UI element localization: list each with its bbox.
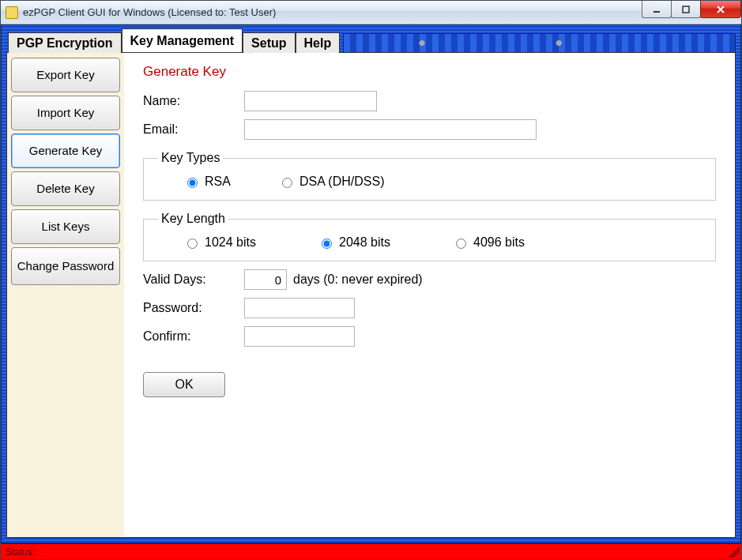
name-input[interactable] bbox=[244, 91, 377, 111]
key-types-legend: Key Types bbox=[158, 151, 223, 165]
panel-title: Generate Key bbox=[143, 64, 716, 80]
row-password: Password: bbox=[143, 298, 716, 318]
email-label: Email: bbox=[143, 122, 244, 137]
window-controls bbox=[642, 1, 741, 18]
key-types-row: RSA DSA (DH/DSS) bbox=[158, 175, 701, 189]
row-valid-days: Valid Days: days (0: never expired) bbox=[143, 269, 716, 290]
content-area: Export Key Import Key Generate Key Delet… bbox=[6, 52, 736, 538]
minimize-icon bbox=[652, 5, 661, 14]
row-confirm: Confirm: bbox=[143, 326, 716, 347]
radio-dsa-input[interactable] bbox=[282, 178, 292, 188]
sidebar-export-key[interactable]: Export Key bbox=[11, 58, 120, 92]
tab-setup[interactable]: Setup bbox=[243, 32, 295, 53]
radio-4096[interactable]: 4096 bits bbox=[452, 235, 586, 250]
app-icon bbox=[6, 6, 18, 19]
radio-rsa-input[interactable] bbox=[187, 178, 198, 188]
maximize-icon bbox=[681, 5, 691, 14]
minimize-button[interactable] bbox=[642, 1, 672, 18]
sidebar-generate-key[interactable]: Generate Key bbox=[11, 133, 120, 168]
email-input[interactable] bbox=[244, 119, 537, 140]
key-length-legend: Key Length bbox=[158, 212, 228, 226]
titlebar[interactable]: ezPGP Client GUI for Windows (Licensed t… bbox=[1, 1, 741, 24]
resize-grip-icon[interactable] bbox=[729, 547, 740, 558]
radio-dsa[interactable]: DSA (DH/DSS) bbox=[278, 175, 385, 189]
valid-days-hint: days (0: never expired) bbox=[293, 272, 423, 287]
radio-4096-label: 4096 bits bbox=[473, 235, 525, 250]
password-input[interactable] bbox=[244, 298, 355, 318]
valid-days-input[interactable] bbox=[244, 269, 287, 290]
main-panel: Generate Key Name: Email: Key Types RSA bbox=[124, 53, 735, 537]
close-button[interactable] bbox=[700, 1, 741, 18]
sidebar-list-keys[interactable]: List Keys bbox=[11, 209, 120, 244]
radio-rsa-label: RSA bbox=[205, 175, 231, 189]
row-name: Name: bbox=[143, 91, 716, 111]
fieldset-key-types: Key Types RSA DSA (DH/DSS) bbox=[143, 151, 716, 201]
confirm-input[interactable] bbox=[244, 326, 355, 347]
app-window: ezPGP Client GUI for Windows (Licensed t… bbox=[0, 0, 742, 560]
tab-bar: PGP Encryption Key Management Setup Help bbox=[6, 30, 736, 52]
radio-2048-label: 2048 bits bbox=[339, 235, 390, 250]
tab-key-management[interactable]: Key Management bbox=[122, 28, 243, 52]
radio-1024-label: 1024 bits bbox=[205, 235, 256, 250]
row-email: Email: bbox=[143, 119, 716, 140]
ok-button[interactable]: OK bbox=[143, 372, 225, 397]
tab-pgp-encryption[interactable]: PGP Encryption bbox=[8, 32, 122, 53]
radio-4096-input[interactable] bbox=[456, 239, 466, 249]
status-bar: Status: bbox=[1, 543, 741, 559]
sidebar-import-key[interactable]: Import Key bbox=[11, 96, 120, 130]
radio-2048[interactable]: 2048 bits bbox=[318, 235, 452, 250]
sidebar-change-password[interactable]: Change Password bbox=[11, 247, 120, 285]
svg-rect-0 bbox=[653, 11, 660, 13]
sidebar: Export Key Import Key Generate Key Delet… bbox=[7, 53, 124, 537]
radio-rsa[interactable]: RSA bbox=[183, 175, 231, 189]
radio-1024-input[interactable] bbox=[187, 239, 198, 249]
window-title: ezPGP Client GUI for Windows (Licensed t… bbox=[23, 6, 276, 18]
radio-dsa-label: DSA (DH/DSS) bbox=[299, 175, 385, 189]
fieldset-key-length: Key Length 1024 bits 2048 bits 4096 b bbox=[143, 212, 716, 261]
tab-help[interactable]: Help bbox=[296, 32, 341, 53]
radio-2048-input[interactable] bbox=[322, 239, 332, 249]
tab-decor bbox=[343, 33, 736, 52]
password-label: Password: bbox=[143, 301, 244, 315]
maximize-button[interactable] bbox=[671, 1, 701, 18]
valid-days-label: Valid Days: bbox=[143, 272, 244, 287]
key-length-row: 1024 bits 2048 bits 4096 bits bbox=[158, 235, 701, 250]
content-frame: PGP Encryption Key Management Setup Help… bbox=[1, 24, 741, 543]
radio-1024[interactable]: 1024 bits bbox=[183, 235, 318, 250]
close-icon bbox=[716, 5, 725, 14]
svg-rect-1 bbox=[683, 6, 689, 13]
confirm-label: Confirm: bbox=[143, 329, 244, 344]
status-label: Status: bbox=[6, 547, 35, 558]
sidebar-delete-key[interactable]: Delete Key bbox=[11, 171, 120, 206]
name-label: Name: bbox=[143, 94, 244, 108]
